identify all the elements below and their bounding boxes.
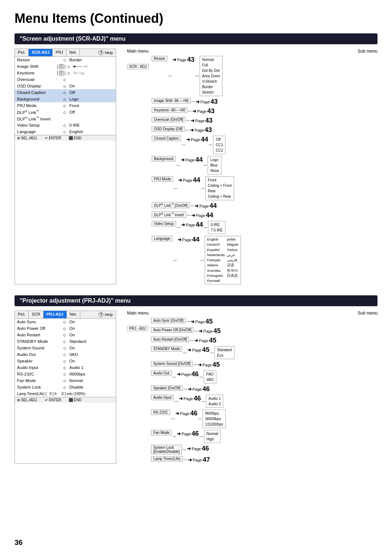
menu-row-speaker: Speaker ◇ On — [15, 358, 116, 364]
help-icon2: ? — [98, 312, 103, 317]
scr-adj-tabs: Pict. SCR-ADJ PRJ Net. ? Help — [15, 49, 116, 57]
menu-row-system-sound: System Sound ◇ On — [15, 345, 116, 351]
prj-adj-rows-col: Auto Sync [On/Off] ➜ Page 45 Auto Power … — [151, 318, 234, 464]
prj-adj-diagram-body: PRJ - ADJ Auto Sync [On/Off] ➜ Page 45 — [127, 318, 377, 464]
diagram-row-speaker: Speaker [On/Off] ➜ Page 46 — [151, 385, 234, 393]
prj-adj-menu-footer: ⊕ SEL./ADJ. ↵ ENTER ⬛ END — [15, 397, 116, 403]
scr-adj-section: "Screen adjustment (SCR-ADJ)" menu Pict.… — [15, 33, 377, 284]
menu-row-language: Language ◇ English — [15, 128, 116, 135]
menu-row-overscan: Overscan ◇ — [15, 76, 116, 83]
diagram-row-audio-input: Audio Input ➜ Page 46 Audio 1Audio 2 — [151, 395, 234, 408]
scr-adj-start-col: SCR - ADJ — [127, 56, 149, 284]
diagram-row-auto-sync: Auto Sync [On/Off] ➜ Page 45 — [151, 318, 234, 325]
diagram-row-fan-mode: Fan Mode ➜ Page 46 NormalHigh — [151, 430, 234, 443]
menu-row-audio-out: Audio Out ◇ VAO — [15, 351, 116, 358]
diagram-row-language: Language ➜ Page 44 EnglishDeutschEspañol… — [152, 236, 241, 284]
scr-adj-menu-footer: ⊕ SEL./ADJ. ↵ ENTER ⬛ END — [15, 135, 116, 141]
menu-row-prj-mode: PRJ Mode ◇ Front — [15, 102, 116, 109]
diagram-row-system-lock: System Lock[Enable/Disable] ➜ Page 46 — [151, 445, 234, 454]
scr-adj-diagram-body: SCR - ADJ Resize ➜ Page 43 Nor — [127, 56, 377, 284]
diagram-row-standby: STANDBY Mode ➜ Page 45 StandardEco — [151, 346, 234, 359]
tab-scr2[interactable]: SCR — [29, 311, 43, 318]
help-icon: ? — [98, 50, 103, 55]
prj-adj-start-label: PRJ - ADJ — [127, 326, 148, 331]
menu-row-rs232c: RS-232C ◇ 9600bps — [15, 371, 116, 377]
scr-adj-diagram-header: Main menu Sub menu — [127, 49, 377, 54]
prj-adj-diagram: Main menu Sub menu PRJ - ADJ Auto Sync [… — [127, 311, 377, 464]
diagram-row-background: Background ➜ Page 44 LogoBlueNone — [152, 156, 241, 175]
diagram-row-closed-caption: Closed Caption ➜ Page 44 OffCC1CC2 — [152, 136, 241, 154]
diagram-row-dlp-link-invert: DLP® Link™ Invert ➜ Page 44 — [152, 212, 241, 219]
diagram-row-video-setup: Video Setup ➜ Page 44 0 IRE7.5 IRE — [152, 221, 241, 234]
tab-pict2[interactable]: Pict. — [15, 311, 29, 318]
tab-help[interactable]: ? Help — [95, 49, 116, 56]
prj-adj-diagram-header: Main menu Sub menu — [127, 311, 377, 316]
diagram-row-prj-mode: PRJ Mode ➜ Page 44 FrontCeiling + FrontR… — [152, 176, 241, 200]
menu-row-resize: Resize ◇ Border — [15, 57, 116, 63]
menu-row-standby-mode: STANDBY Mode ◇ Standard — [15, 338, 116, 345]
scr-adj-header: "Screen adjustment (SCR-ADJ)" menu — [15, 33, 377, 44]
menu-row-dlp-link: DLP® Link™ ◇ Off — [15, 109, 116, 115]
tab-help2[interactable]: ? Help — [95, 311, 116, 318]
menu-row-lamp-timer: Lamp Timer(Life) [ 0 ] h 0 ] min (100%) — [15, 390, 116, 397]
diagram-row-lamp-timer: Lamp Timer(Life) ➜ Page 47 — [151, 456, 234, 464]
diagram-row-dlp-link: DLP® Link™ [On/Off] ➜ Page 44 — [152, 202, 241, 210]
tab-pict[interactable]: Pict. — [15, 49, 29, 56]
tab-prj-adj[interactable]: PRJ-ADJ — [44, 311, 67, 318]
page-number: 36 — [15, 538, 23, 547]
menu-row-video-setup: Video Setup ◇ 0 IRE — [15, 122, 116, 128]
diagram-row-rs232c: RS-232C ➜ Page 46 9600bps38400bps115200b… — [151, 410, 234, 428]
menu-row-audio-input: Audio Input ◇ Audio 1 — [15, 364, 116, 371]
diagram-row-image-shift: Image Shift -96↔+96 ➜ Page 43 — [152, 98, 241, 106]
menu-row-system-lock: System Lock ◇ Disable — [15, 384, 116, 390]
menu-row-auto-sync: Auto Sync ◇ On — [15, 319, 116, 325]
prj-adj-header: "Projector adjustment (PRJ-ADJ)" menu — [15, 295, 377, 306]
diagram-row-overscan: Overscan [On/Off] ➜ Page 43 — [152, 117, 241, 124]
scr-adj-menu-panel: Pict. SCR-ADJ PRJ Net. ? Help Resize ◇ B… — [15, 49, 116, 284]
menu-row-osd-display: OSD Display ◇ On — [15, 83, 116, 89]
menu-row-background: Background ◇ Logo — [15, 96, 116, 102]
page-title: Menu Items (Continued) — [15, 11, 377, 26]
menu-row-keystone: Keystone [ 0 ] ◇ ▽─ ─△ — [15, 70, 116, 76]
menu-row-closed-caption: Closed Caption ◇ Off — [15, 89, 116, 96]
diagram-row-system-sound: System Sound [On/Off] ➜ Page 45 — [151, 361, 234, 369]
prj-adj-tabs: Pict. SCR PRJ-ADJ Net. ? Help — [15, 311, 116, 319]
prj-adj-section: "Projector adjustment (PRJ-ADJ)" menu Pi… — [15, 295, 377, 464]
tab-scr-adj[interactable]: SCR-ADJ — [29, 49, 53, 56]
menu-row-dlp-link-invert: DLP® Link™ Invert — [15, 115, 116, 122]
menu-row-auto-power-off: Auto Power Off ◇ On — [15, 325, 116, 332]
scr-adj-start-label: SCR - ADJ — [127, 64, 149, 69]
prj-adj-menu-panel: Pict. SCR PRJ-ADJ Net. ? Help Auto Sync … — [15, 311, 116, 464]
menu-row-image-shift: Image Shift [ 0 ] ◇ ■─── ─□ — [15, 63, 116, 70]
scr-adj-diagram: Main menu Sub menu SCR - ADJ Resize ➜ — [127, 49, 377, 284]
diagram-row-keystone: Keystone -80↔+80 ➜ Page 43 — [152, 107, 241, 115]
menu-row-fan-mode: Fan Mode ◇ Normal — [15, 377, 116, 384]
diagram-row-auto-power-off: Auto Power Off [On/Off] ➜ Page 45 — [151, 327, 234, 335]
scr-adj-rows-col: Resize ➜ Page 43 NormalFullDot By DotAre… — [152, 56, 241, 284]
tab-net[interactable]: Net. — [66, 49, 80, 56]
diagram-row-osd: OSD Display [Off] ➜ Page 43 — [152, 126, 241, 134]
diagram-row-auto-restart: Auto Restart [On/Off] ➜ Page 45 — [151, 337, 234, 344]
menu-row-auto-restart: Auto Restart ◇ On — [15, 332, 116, 338]
tab-net2[interactable]: Net. — [67, 311, 80, 318]
diagram-row-resize: Resize ➜ Page 43 NormalFullDot By DotAre… — [152, 56, 241, 96]
tab-prj[interactable]: PRJ — [53, 49, 66, 56]
diagram-row-audio-out: Audio Out ➜ Page 46 FAOVAO — [151, 370, 234, 383]
prj-adj-start-col: PRJ - ADJ — [127, 318, 148, 464]
